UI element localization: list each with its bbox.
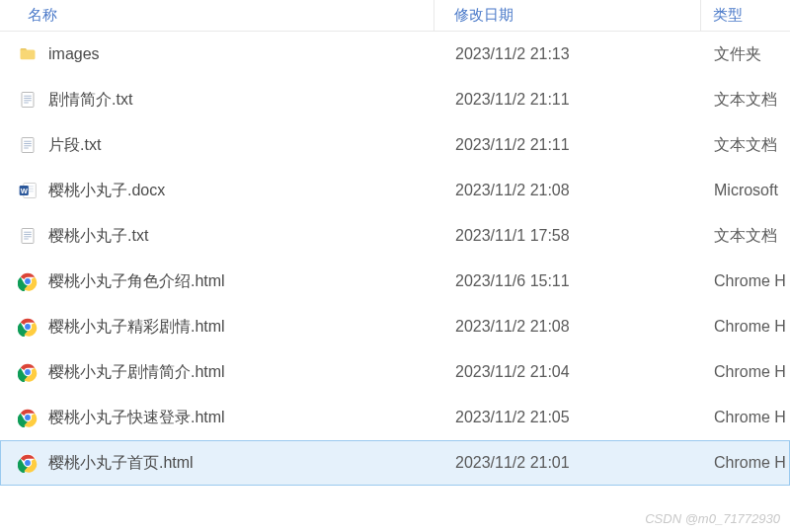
file-date: 2023/11/2 21:08 xyxy=(435,182,702,199)
file-type: Chrome H xyxy=(702,454,789,472)
chrome-icon xyxy=(17,452,39,474)
word-file-icon xyxy=(17,180,39,201)
file-row[interactable]: 樱桃小丸子.txt2023/11/1 17:58文本文档 xyxy=(0,213,790,259)
chrome-icon xyxy=(17,316,39,338)
file-name: 樱桃小丸子快速登录.html xyxy=(48,408,435,428)
file-name: 片段.txt xyxy=(48,135,435,156)
file-row[interactable]: images2023/11/2 21:13文件夹 xyxy=(0,32,790,77)
file-row[interactable]: 樱桃小丸子首页.html2023/11/2 21:01Chrome H xyxy=(0,440,790,486)
file-type: Microsoft xyxy=(702,182,789,199)
file-type: 文件夹 xyxy=(702,44,789,65)
file-row[interactable]: 樱桃小丸子剧情简介.html2023/11/2 21:04Chrome H xyxy=(0,349,790,395)
text-file-icon xyxy=(17,134,39,156)
file-type: Chrome H xyxy=(702,318,789,336)
file-type: Chrome H xyxy=(702,272,789,290)
column-header-row: 名称 修改日期 类型 xyxy=(0,0,790,32)
file-row[interactable]: 樱桃小丸子.docx2023/11/2 21:08Microsoft xyxy=(0,168,790,213)
file-name: 樱桃小丸子剧情简介.html xyxy=(48,362,435,383)
file-type: 文本文档 xyxy=(702,135,789,156)
column-header-date[interactable]: 修改日期 xyxy=(434,0,701,31)
text-file-icon xyxy=(17,225,39,247)
column-header-type[interactable]: 类型 xyxy=(701,0,790,31)
file-name: 樱桃小丸子.docx xyxy=(48,181,435,201)
file-date: 2023/11/2 21:11 xyxy=(435,136,702,154)
file-name: 樱桃小丸子.txt xyxy=(48,226,435,247)
file-type: Chrome H xyxy=(702,409,789,426)
file-name: 樱桃小丸子首页.html xyxy=(48,453,435,474)
file-row[interactable]: 樱桃小丸子角色介绍.html2023/11/6 15:11Chrome H xyxy=(0,259,790,304)
file-name: images xyxy=(48,45,435,63)
file-list: images2023/11/2 21:13文件夹剧情简介.txt2023/11/… xyxy=(0,32,790,486)
file-date: 2023/11/6 15:11 xyxy=(435,272,702,290)
file-type: 文本文档 xyxy=(702,90,789,111)
file-row[interactable]: 樱桃小丸子快速登录.html2023/11/2 21:05Chrome H xyxy=(0,395,790,440)
chrome-icon xyxy=(17,407,39,428)
file-row[interactable]: 剧情简介.txt2023/11/2 21:11文本文档 xyxy=(0,77,790,122)
file-name: 剧情简介.txt xyxy=(48,90,435,111)
file-date: 2023/11/2 21:13 xyxy=(435,45,702,63)
text-file-icon xyxy=(17,89,39,111)
file-date: 2023/11/2 21:04 xyxy=(435,363,702,381)
file-date: 2023/11/2 21:05 xyxy=(435,409,702,426)
file-name: 樱桃小丸子精彩剧情.html xyxy=(48,317,435,338)
file-date: 2023/11/2 21:01 xyxy=(435,454,702,472)
chrome-icon xyxy=(17,270,39,292)
file-date: 2023/11/2 21:08 xyxy=(435,318,702,336)
folder-icon xyxy=(17,43,39,65)
watermark: CSDN @m0_71772930 xyxy=(645,511,780,526)
file-row[interactable]: 片段.txt2023/11/2 21:11文本文档 xyxy=(0,122,790,168)
file-type: 文本文档 xyxy=(702,226,789,247)
file-name: 樱桃小丸子角色介绍.html xyxy=(48,271,435,292)
file-type: Chrome H xyxy=(702,363,789,381)
file-row[interactable]: 樱桃小丸子精彩剧情.html2023/11/2 21:08Chrome H xyxy=(0,304,790,349)
chrome-icon xyxy=(17,361,39,383)
column-header-name[interactable]: 名称 xyxy=(0,0,434,31)
file-date: 2023/11/2 21:11 xyxy=(435,91,702,109)
file-date: 2023/11/1 17:58 xyxy=(435,227,702,245)
